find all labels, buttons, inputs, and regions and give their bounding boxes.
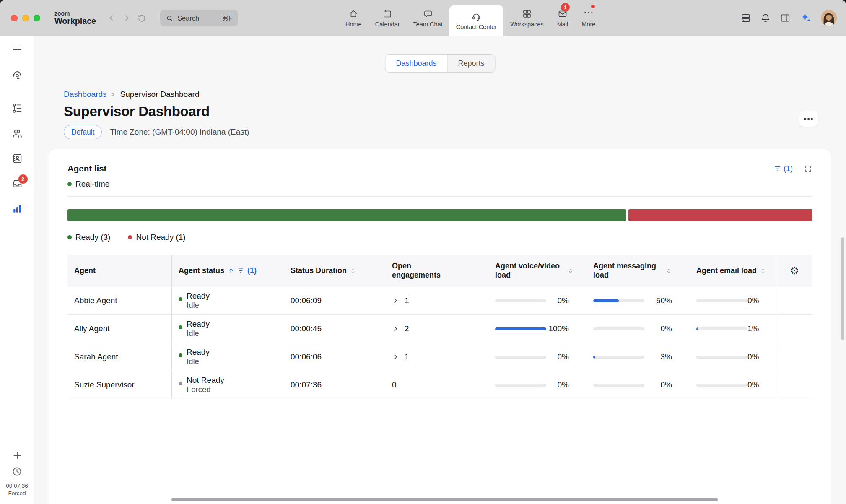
- agent-table-row[interactable]: Suzie SupervisorNot ReadyForced00:07:360…: [67, 371, 812, 399]
- status-detail-label: Idle: [187, 329, 210, 338]
- load-percent-label: 0%: [747, 296, 770, 305]
- nav-item-team-chat[interactable]: Team Chat: [407, 0, 449, 36]
- load-percent-label: 50%: [644, 296, 683, 305]
- not-ready-legend-label: Not Ready (1): [136, 233, 185, 242]
- ai-companion-sparkle-icon[interactable]: [799, 12, 812, 24]
- global-search-input[interactable]: Search ⌘F: [160, 10, 238, 26]
- nav-label: Team Chat: [413, 21, 443, 28]
- nav-item-more[interactable]: ⋯ More: [575, 0, 602, 36]
- column-header-messaging-load[interactable]: Agent messaging load: [586, 255, 690, 287]
- breadcrumb-dashboards-link[interactable]: Dashboards: [64, 90, 106, 99]
- search-shortcut-hint: ⌘F: [222, 14, 233, 22]
- close-window-button[interactable]: [11, 15, 18, 21]
- engagement-count: 1: [405, 296, 409, 305]
- back-chevron-icon[interactable]: [107, 13, 116, 23]
- home-icon: [348, 9, 358, 19]
- expand-row-chevron-icon[interactable]: [392, 353, 400, 361]
- agent-table-body: Abbie AgentReadyIdle00:06:0910%50%0%Ally…: [67, 287, 812, 399]
- load-percent-label: 0%: [747, 380, 770, 390]
- widget-filter-button[interactable]: (1): [773, 164, 793, 173]
- expand-fullscreen-icon[interactable]: [804, 164, 812, 173]
- open-engagements-cell[interactable]: 1: [385, 287, 488, 314]
- nav-item-mail[interactable]: 1 Mail: [550, 0, 575, 36]
- notifications-bell-icon[interactable]: [760, 13, 771, 23]
- tab-reports[interactable]: Reports: [447, 55, 495, 72]
- status-duration-cell: 00:00:45: [284, 315, 385, 343]
- load-progress-track: [593, 327, 644, 330]
- nav-label: Calendar: [375, 21, 400, 28]
- analytics-bars-icon: [11, 203, 23, 215]
- agent-table-row[interactable]: Abbie AgentReadyIdle00:06:0910%50%0%: [67, 287, 812, 315]
- nav-item-calendar[interactable]: Calendar: [369, 0, 407, 36]
- workspaces-grid-icon: [522, 9, 532, 19]
- stack-icon[interactable]: [740, 13, 751, 23]
- window-controls: [11, 15, 40, 21]
- nav-label: Home: [345, 21, 362, 28]
- sort-carets-icon: [760, 268, 766, 274]
- vertical-scrollbar[interactable]: [841, 237, 844, 340]
- page-meta-row: Default Time Zone: (GMT-04:00) Indiana (…: [64, 125, 249, 139]
- dashboard-more-options-button[interactable]: ⋯: [799, 111, 818, 127]
- default-badge: Default: [64, 125, 102, 139]
- load-progress-track: [696, 356, 747, 359]
- nav-item-contact-center[interactable]: Contact Center: [449, 5, 504, 36]
- nav-item-workspaces[interactable]: Workspaces: [503, 0, 550, 36]
- logo-workplace-text: Workplace: [54, 17, 96, 26]
- forward-chevron-icon[interactable]: [122, 13, 131, 23]
- voice-load-cell: 0%: [488, 343, 586, 371]
- column-settings-gear-icon[interactable]: ⚙: [776, 255, 812, 287]
- load-percent-label: 0%: [644, 380, 683, 390]
- history-icon[interactable]: [137, 13, 147, 23]
- avatar-image: [821, 10, 837, 26]
- sidebar-item-flows[interactable]: [11, 102, 23, 114]
- sidebar-item-contacts[interactable]: [11, 127, 23, 140]
- not-ready-legend-dot: [128, 235, 132, 239]
- column-header-agent-status[interactable]: Agent status (1): [171, 255, 284, 287]
- agent-table-row[interactable]: Sarah AgentReadyIdle00:06:0610%3%0%: [67, 343, 812, 371]
- user-avatar[interactable]: [821, 10, 837, 26]
- nav-item-home[interactable]: Home: [339, 0, 369, 36]
- ready-bar-segment: [67, 209, 626, 221]
- status-label: Ready: [187, 347, 210, 357]
- sidebar-icons: 2: [11, 43, 23, 215]
- status-clock-icon[interactable]: [11, 466, 23, 477]
- horizontal-scrollbar[interactable]: [171, 498, 718, 501]
- left-sidebar: 2 00:07:36 Forced: [0, 36, 34, 504]
- column-header-open-engagements: Open engagements: [385, 255, 488, 287]
- load-percent-label: 100%: [546, 324, 580, 333]
- load-progress-track: [495, 356, 546, 359]
- sidebar-item-menu[interactable]: [11, 43, 23, 56]
- email-load-cell: 0%: [690, 371, 776, 399]
- titlebar: zoom Workplace Search ⌘F Home Calendar: [0, 0, 846, 36]
- sidebar-item-supervise[interactable]: [11, 68, 23, 81]
- sidebar-item-inbox[interactable]: 2: [11, 177, 23, 190]
- side-panel-icon[interactable]: [780, 13, 791, 23]
- breadcrumb-current: Supervisor Dashboard: [120, 90, 199, 99]
- open-engagements-cell[interactable]: 1: [385, 343, 488, 371]
- tab-dashboards[interactable]: Dashboards: [385, 55, 447, 72]
- load-progress-fill: [696, 327, 698, 330]
- expand-row-chevron-icon[interactable]: [392, 325, 400, 333]
- more-ellipsis-icon: ⋯: [584, 9, 594, 19]
- load-percent-label: 0%: [546, 296, 580, 305]
- sidebar-item-address-book[interactable]: [11, 152, 23, 165]
- messaging-load-cell: 50%: [586, 287, 690, 314]
- add-plus-icon[interactable]: [12, 450, 23, 461]
- status-timer: 00:07:36 Forced: [6, 482, 28, 497]
- minimize-window-button[interactable]: [22, 15, 29, 21]
- status-dot: [179, 297, 182, 301]
- widget-filter-count: (1): [784, 164, 793, 173]
- breadcrumb: Dashboards Supervisor Dashboard: [64, 90, 200, 99]
- agent-table-row[interactable]: Ally AgentReadyIdle00:00:452100%0%1%: [67, 315, 812, 343]
- load-progress-track: [593, 356, 644, 359]
- nav-label: Contact Center: [456, 23, 497, 30]
- sidebar-item-analytics[interactable]: [11, 203, 23, 215]
- column-header-voice-load[interactable]: Agent voice/video load: [488, 255, 586, 287]
- status-dot: [179, 325, 182, 329]
- column-header-email-load[interactable]: Agent email load: [690, 255, 776, 287]
- open-engagements-cell[interactable]: 2: [385, 315, 488, 343]
- flows-list-icon: [11, 102, 23, 114]
- zoom-window-button[interactable]: [34, 15, 40, 21]
- expand-row-chevron-icon[interactable]: [392, 297, 400, 304]
- column-header-status-duration[interactable]: Status Duration: [284, 255, 385, 287]
